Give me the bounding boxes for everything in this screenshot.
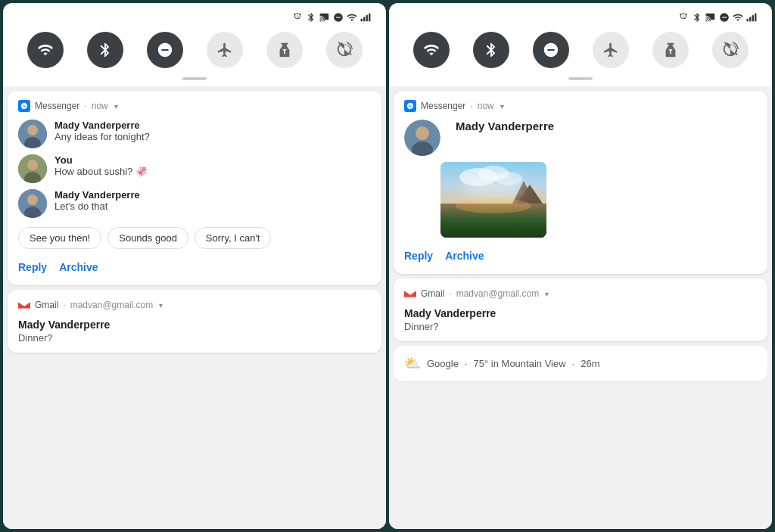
bluetooth-icon xyxy=(97,42,114,58)
svg-point-7 xyxy=(27,125,38,135)
svg-rect-21 xyxy=(755,14,756,22)
flashlight-toggle[interactable] xyxy=(266,32,303,68)
wifi-status-icon xyxy=(347,12,357,23)
gmail-notification-card-right: Gmail · madvan@gmail.com ▾ Mady Vanderpe… xyxy=(394,278,767,341)
messenger-chevron[interactable]: ▾ xyxy=(114,102,118,110)
drag-handle-r xyxy=(568,77,593,80)
message-row-image: Mady Vanderperre xyxy=(404,120,757,156)
dnd-icon xyxy=(157,42,173,58)
left-quick-settings xyxy=(3,3,386,86)
gmail-sender-right: Mady Vanderperre xyxy=(404,307,757,319)
quick-reply-sorry[interactable]: Sorry, I can't xyxy=(195,227,272,249)
weather-info: 75° in Mountain View xyxy=(474,358,566,369)
gmail-notif-header-right: Gmail · madvan@gmail.com ▾ xyxy=(404,288,757,300)
messenger-icon-r xyxy=(406,102,414,110)
flashlight-toggle-r[interactable] xyxy=(652,32,689,68)
gmail-icon xyxy=(18,300,30,310)
messenger-image-archive-button[interactable]: Archive xyxy=(445,247,484,265)
bluetooth-icon-r xyxy=(483,42,500,58)
avatar-mady-r xyxy=(404,120,440,156)
messenger-dot-r: · xyxy=(470,101,472,111)
messenger-image-card: Messenger · now ▾ Mady Vanderperre xyxy=(394,91,767,274)
svg-point-10 xyxy=(27,160,38,170)
alarm-icon xyxy=(292,12,303,23)
avatar-mady-2 xyxy=(18,189,47,218)
wifi-toggle-r[interactable] xyxy=(413,32,450,68)
cast-status-icon-r xyxy=(705,12,716,23)
svg-rect-4 xyxy=(366,15,368,21)
avatar-you xyxy=(18,154,47,183)
weather-notification-card: ⛅ Google · 75° in Mountain View · 26m xyxy=(394,346,767,381)
left-panel: Messenger · now ▾ xyxy=(3,3,386,529)
quick-reply-sounds-good[interactable]: Sounds good xyxy=(107,227,188,249)
messenger-reply-button[interactable]: Reply xyxy=(18,258,47,276)
svg-rect-2 xyxy=(361,19,363,22)
gmail-app-name-left: Gmail xyxy=(35,300,58,310)
bluetooth-toggle[interactable] xyxy=(87,32,123,68)
svg-rect-3 xyxy=(363,17,365,21)
sender-name-mady-2: Mady Vanderperre xyxy=(54,189,140,201)
alarm-icon-r xyxy=(678,12,689,23)
airplane-toggle-r[interactable] xyxy=(593,32,629,68)
gmail-notif-header-left: Gmail · madvan@gmail.com ▾ xyxy=(18,299,371,311)
flashlight-icon-r xyxy=(662,42,679,58)
messenger-image-notif-header: Messenger · now ▾ xyxy=(404,100,757,112)
airplane-icon-r xyxy=(602,42,619,58)
message-content-image: Mady Vanderperre xyxy=(456,120,554,132)
gmail-chevron-right[interactable]: ▾ xyxy=(545,290,549,298)
dnd-toggle-r[interactable] xyxy=(533,32,569,68)
airplane-toggle[interactable] xyxy=(207,32,243,68)
messenger-icon xyxy=(20,102,28,110)
messenger-app-icon xyxy=(18,100,30,112)
messenger-chevron-r[interactable]: ▾ xyxy=(500,102,504,110)
messenger-time: now xyxy=(92,101,108,111)
right-quick-toggles xyxy=(401,29,760,74)
mady-avatar-svg xyxy=(18,120,47,148)
svg-rect-17 xyxy=(722,17,727,17)
rotate-toggle-r[interactable] xyxy=(712,32,749,68)
right-quick-settings xyxy=(389,3,772,86)
message-text-2: How about sushi? 🦑 xyxy=(54,166,148,177)
messenger-notification-card: Messenger · now ▾ xyxy=(8,91,381,285)
message-text-3: Let's do that xyxy=(54,201,140,212)
gmail-icon-r xyxy=(404,288,416,299)
dnd-status-icon-r xyxy=(719,12,730,23)
right-notifications: Messenger · now ▾ Mady Vanderperre xyxy=(389,86,772,529)
rotate-toggle[interactable] xyxy=(326,32,363,68)
wifi-toggle[interactable] xyxy=(27,32,64,68)
bluetooth-toggle-r[interactable] xyxy=(473,32,509,68)
signal-status-icon xyxy=(360,12,371,23)
you-avatar-svg xyxy=(18,154,47,183)
message-content-3: Mady Vanderperre Let's do that xyxy=(54,189,140,212)
sender-name-you: You xyxy=(54,154,148,166)
sender-name-mady-1: Mady Vanderperre xyxy=(54,120,150,131)
quick-reply-see-you[interactable]: See you then! xyxy=(18,227,101,249)
dnd-toggle[interactable] xyxy=(147,32,183,68)
bluetooth-status-icon xyxy=(306,12,316,23)
messenger-time-r: now xyxy=(478,101,494,111)
svg-point-13 xyxy=(27,194,38,205)
messenger-app-name: Messenger xyxy=(35,101,79,111)
cloud-icon: ⛅ xyxy=(404,355,421,372)
right-status-icons xyxy=(678,12,757,23)
message-content-2: You How about sushi? 🦑 xyxy=(54,154,148,177)
gmail-subject-right: Dinner? xyxy=(404,321,757,332)
messenger-image-reply-button[interactable]: Reply xyxy=(404,247,433,265)
gmail-app-name-right: Gmail xyxy=(421,288,444,299)
messenger-notif-header: Messenger · now ▾ xyxy=(18,100,371,112)
landscape-photo xyxy=(440,162,546,238)
gmail-subject-left: Dinner? xyxy=(18,332,371,344)
avatar-mady-1 xyxy=(18,120,47,148)
gmail-chevron-left[interactable]: ▾ xyxy=(159,301,163,310)
message-image xyxy=(440,162,546,238)
svg-rect-19 xyxy=(749,17,751,21)
left-status-bar xyxy=(15,12,374,29)
messenger-archive-button[interactable]: Archive xyxy=(59,258,98,276)
message-thread: Mady Vanderperre Any ideas for tonight? xyxy=(18,120,371,218)
gmail-app-icon-right xyxy=(404,288,416,300)
message-row-1: Mady Vanderperre Any ideas for tonight? xyxy=(18,120,371,148)
rotate-icon xyxy=(336,42,353,58)
cast-status-icon xyxy=(319,12,330,23)
svg-point-23 xyxy=(416,126,429,140)
main-container: Messenger · now ▾ xyxy=(0,0,775,532)
